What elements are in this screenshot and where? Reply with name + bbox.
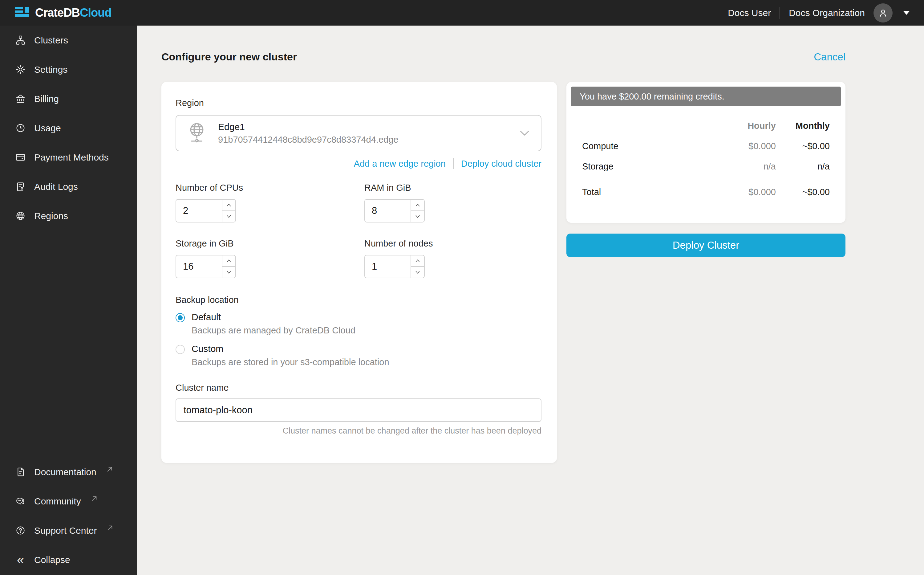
sidebar-item-label: Community xyxy=(34,496,81,507)
price-table-divider xyxy=(582,179,830,180)
radio-selected-icon[interactable] xyxy=(176,313,185,322)
nodes-input[interactable] xyxy=(365,256,410,278)
storage-hourly-value: n/a xyxy=(723,162,776,172)
ram-field: RAM in GiB xyxy=(365,183,542,222)
nodes-increment-button[interactable] xyxy=(411,256,424,267)
sidebar-item-audit-logs[interactable]: Audit Logs xyxy=(0,172,137,201)
logo-text: CrateDBCloud xyxy=(35,6,111,19)
storage-increment-button[interactable] xyxy=(222,256,235,267)
cpus-field: Number of CPUs xyxy=(176,183,365,222)
external-link-icon xyxy=(91,495,98,502)
sidebar-item-regions[interactable]: Regions xyxy=(0,201,137,230)
page-title: Configure your new cluster xyxy=(162,51,297,63)
backup-custom-option[interactable]: Custom Backups are stored in your s3-com… xyxy=(176,343,542,367)
sidebar-item-label: Collapse xyxy=(34,555,70,565)
cluster-config-card: Region Edge1 91b70574412448c8bd9e97c8d83… xyxy=(162,82,557,463)
cpus-increment-button[interactable] xyxy=(222,200,235,211)
compute-label: Compute xyxy=(582,141,723,151)
backup-default-description: Backups are managed by CrateDB Cloud xyxy=(192,326,355,335)
top-bar: CrateDBCloud Docs User Docs Organization xyxy=(0,0,924,25)
storage-row-label: Storage xyxy=(582,162,723,172)
cpus-decrement-button[interactable] xyxy=(222,211,235,222)
cancel-button[interactable]: Cancel xyxy=(814,51,845,63)
chevron-down-icon xyxy=(520,130,529,136)
region-name: Edge1 xyxy=(218,122,398,132)
collapse-icon: « xyxy=(16,555,25,565)
sidebar-item-billing[interactable]: Billing xyxy=(0,84,137,113)
cpus-label: Number of CPUs xyxy=(176,183,365,193)
chevron-up-icon xyxy=(415,203,420,207)
nodes-decrement-button[interactable] xyxy=(411,267,424,278)
ram-input[interactable] xyxy=(365,200,410,222)
ram-increment-button[interactable] xyxy=(411,200,424,211)
organization-name[interactable]: Docs Organization xyxy=(789,8,865,18)
backup-location-label: Backup location xyxy=(176,295,542,305)
sidebar-item-usage[interactable]: Usage xyxy=(0,113,137,143)
sidebar-item-label: Payment Methods xyxy=(34,152,109,163)
cratedb-logo-icon xyxy=(15,7,29,19)
sidebar-item-label: Documentation xyxy=(34,467,97,477)
deploy-cluster-button[interactable]: Deploy Cluster xyxy=(566,233,845,257)
region-select[interactable]: Edge1 91b70574412448c8bd9e97c8d83374d4.e… xyxy=(176,115,542,151)
sidebar-item-community[interactable]: Community xyxy=(0,486,137,516)
price-table-header: Hourly Monthly xyxy=(582,116,830,136)
storage-stepper xyxy=(222,256,235,278)
sidebar-item-support-center[interactable]: Support Center xyxy=(0,516,137,545)
cpus-input[interactable] xyxy=(176,200,222,222)
cratedb-cloud-logo[interactable]: CrateDBCloud xyxy=(15,6,111,19)
region-selected-option: Edge1 91b70574412448c8bd9e97c8d83374d4.e… xyxy=(218,122,398,145)
storage-monthly-value: n/a xyxy=(776,162,830,172)
gear-icon xyxy=(16,64,25,75)
ram-label: RAM in GiB xyxy=(365,183,542,193)
price-table: Hourly Monthly Compute $0.000 ~$0.00 Sto… xyxy=(571,106,841,223)
backup-custom-label: Custom xyxy=(192,343,389,354)
sidebar-item-label: Regions xyxy=(34,211,68,221)
price-row-compute: Compute $0.000 ~$0.00 xyxy=(582,136,830,156)
credit-card-icon xyxy=(16,152,25,162)
user-name[interactable]: Docs User xyxy=(728,8,771,18)
sidebar-item-settings[interactable]: Settings xyxy=(0,55,137,84)
chat-icon xyxy=(16,496,25,506)
sidebar-item-payment-methods[interactable]: Payment Methods xyxy=(0,143,137,172)
hourly-column-header: Hourly xyxy=(723,121,776,131)
audit-log-icon xyxy=(16,181,25,192)
main-content: Configure your new cluster Cancel Region… xyxy=(137,25,924,575)
chevron-down-icon xyxy=(415,270,420,274)
logo-cratedb: CrateDB xyxy=(35,6,80,19)
nodes-stepper xyxy=(410,256,424,278)
deploy-cloud-cluster-link[interactable]: Deploy cloud cluster xyxy=(461,159,542,169)
sidebar-item-documentation[interactable]: Documentation xyxy=(0,457,137,486)
clusters-icon xyxy=(16,35,25,45)
document-icon xyxy=(16,467,25,477)
compute-monthly-value: ~$0.00 xyxy=(776,141,830,151)
sidebar-item-clusters[interactable]: Clusters xyxy=(0,25,137,55)
sidebar-footer: Documentation Community xyxy=(0,457,137,575)
chevron-up-icon xyxy=(226,259,231,263)
total-monthly-value: ~$0.00 xyxy=(776,187,830,197)
storage-input[interactable] xyxy=(176,256,222,278)
backup-custom-description: Backups are stored in your s3-compatible… xyxy=(192,357,389,367)
cpus-stepper xyxy=(222,200,235,222)
radio-unselected-icon[interactable] xyxy=(176,345,185,354)
storage-label: Storage in GiB xyxy=(176,238,365,249)
sidebar-item-label: Clusters xyxy=(34,35,68,46)
add-edge-region-link[interactable]: Add a new edge region xyxy=(354,159,446,169)
price-row-total: Total $0.000 ~$0.00 xyxy=(582,183,830,204)
topbar-user-area: Docs User Docs Organization xyxy=(728,3,910,22)
globe-icon xyxy=(16,211,25,221)
ram-decrement-button[interactable] xyxy=(411,211,424,222)
sidebar-item-label: Support Center xyxy=(34,526,97,536)
clock-icon xyxy=(16,123,25,133)
backup-default-option[interactable]: Default Backups are managed by CrateDB C… xyxy=(176,312,542,335)
sidebar-collapse-button[interactable]: « Collapse xyxy=(0,545,137,574)
credits-banner: You have $200.00 remaining credits. xyxy=(571,87,841,106)
user-menu-caret-icon[interactable] xyxy=(903,11,910,15)
logo-cloud: Cloud xyxy=(80,6,111,19)
cluster-name-input[interactable] xyxy=(176,399,542,422)
compute-hourly-value: $0.000 xyxy=(723,141,776,151)
chevron-up-icon xyxy=(226,203,231,207)
storage-decrement-button[interactable] xyxy=(222,267,235,278)
help-icon xyxy=(16,526,25,535)
avatar[interactable] xyxy=(873,3,892,22)
pricing-card: You have $200.00 remaining credits. Hour… xyxy=(566,82,845,223)
